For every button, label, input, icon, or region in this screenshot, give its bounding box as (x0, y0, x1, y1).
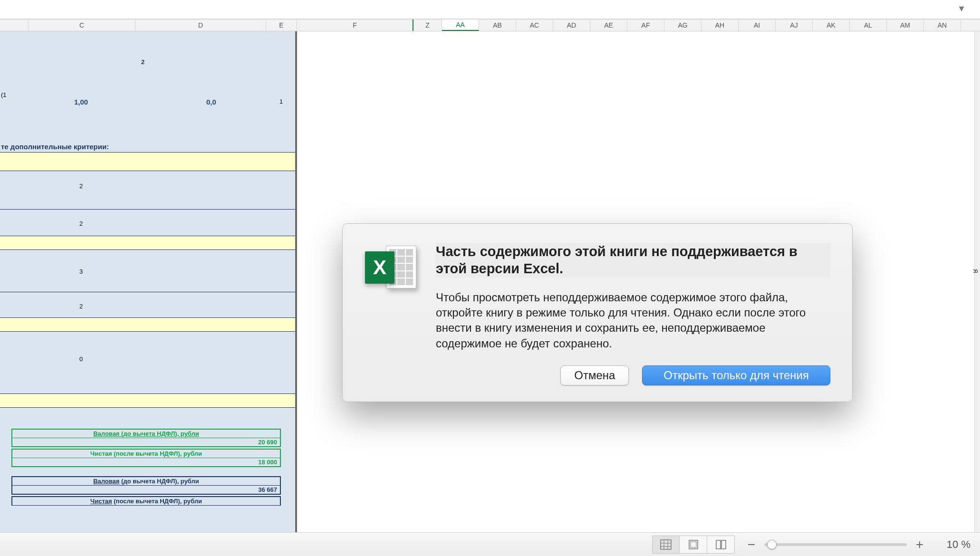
col-header-AM[interactable]: AM (887, 19, 924, 31)
cell-d-00[interactable]: 0,0 (206, 98, 216, 106)
col-header-E[interactable]: E (266, 19, 297, 31)
col-header-AL[interactable]: AL (850, 19, 887, 31)
cancel-button[interactable]: Отмена (560, 365, 629, 385)
svg-rect-0 (661, 540, 671, 549)
excel-app-icon: X (365, 243, 417, 300)
cell-val-e[interactable]: 0 (79, 355, 83, 363)
cell-val-a[interactable]: 2 (79, 182, 83, 190)
divider-2 (0, 292, 295, 292)
truncated-text-edge: я (971, 269, 980, 273)
navy-salary-box-gross[interactable]: Валовая (до вычета НДФЛ), рубли 36 667 (11, 476, 281, 495)
zoom-out-button[interactable]: − (744, 537, 759, 552)
svg-rect-8 (721, 540, 726, 549)
page-layout-view-button[interactable] (680, 536, 707, 554)
view-switcher (652, 536, 735, 554)
col-header-AB[interactable]: AB (479, 19, 516, 31)
zoom-slider-thumb[interactable] (767, 540, 777, 549)
cell-d-header2[interactable]: 2 (141, 58, 144, 66)
col-header-AI[interactable]: AI (739, 19, 776, 31)
open-readonly-button[interactable]: Открыть только для чтения (642, 365, 830, 385)
frozen-pane-left[interactable]: 2 (1 1,00 0,0 1 те дополнительные критер… (0, 31, 297, 532)
col-header-D[interactable]: D (135, 19, 266, 31)
excel-badge-icon: X (365, 251, 394, 284)
col-header-AG[interactable]: AG (664, 19, 701, 31)
cell-c-100[interactable]: 1,00 (74, 98, 88, 106)
col-header-AH[interactable]: AH (701, 19, 739, 31)
col-header-AF[interactable]: AF (627, 19, 664, 31)
zoom-in-button[interactable]: + (913, 537, 927, 552)
col-header-F[interactable]: F (297, 19, 413, 31)
page-break-icon (715, 539, 727, 550)
green-salary-box-gross[interactable]: Валовая (до вычета НДФЛ), рубли 20 690 (11, 429, 281, 447)
green-salary-box-net[interactable]: Чистая (после вычета НДФЛ), рубли 18 000 (11, 449, 281, 467)
cell-val-c[interactable]: 3 (79, 268, 83, 275)
unsupported-content-dialog: X Часть содержимого этой книги не поддер… (342, 223, 853, 402)
ribbon-expand-icon[interactable]: ▼ (957, 4, 966, 14)
yellow-band-4[interactable] (0, 393, 295, 408)
cell-e-1[interactable]: 1 (279, 98, 283, 105)
col-header-AE[interactable]: AE (590, 19, 627, 31)
cell-leftfrag[interactable]: (1 (1, 91, 7, 98)
col-header-AK[interactable]: AK (813, 19, 850, 31)
navy-net-header: Чистая (после вычета НДФЛ), рубли (12, 497, 280, 506)
dialog-title: Часть содержимого этой книги не поддержи… (436, 243, 830, 278)
vertical-scrollbar[interactable]: я (974, 31, 980, 532)
yellow-band-2[interactable] (0, 236, 295, 250)
zoom-control: − + 10 % (744, 537, 970, 552)
col-header-blank[interactable] (0, 19, 29, 31)
col-header-AN[interactable]: AN (924, 19, 961, 31)
ribbon-collapsed-strip: ▼ (0, 0, 980, 19)
col-header-AD[interactable]: AD (553, 19, 590, 31)
normal-view-button[interactable] (652, 536, 680, 554)
zoom-slider[interactable] (764, 543, 907, 546)
grid-view-icon (660, 539, 672, 550)
col-header-AJ[interactable]: AJ (776, 19, 813, 31)
navy-gross-header: Валовая (до вычета НДФЛ), рубли (12, 477, 280, 486)
column-headers: C D E F Z AA AB AC AD AE AF AG AH AI AJ … (0, 19, 980, 31)
cell-val-b[interactable]: 2 (79, 220, 83, 227)
yellow-band-3[interactable] (0, 317, 295, 332)
page-layout-icon (688, 539, 699, 550)
col-header-C[interactable]: C (29, 19, 135, 31)
svg-rect-6 (691, 542, 696, 547)
page-break-view-button[interactable] (707, 536, 735, 554)
green-net-value: 18 000 (12, 458, 280, 466)
divider-1 (0, 209, 295, 210)
navy-gross-value: 36 667 (12, 486, 280, 494)
navy-salary-box-net[interactable]: Чистая (после вычета НДФЛ), рубли (11, 496, 281, 506)
green-gross-header: Валовая (до вычета НДФЛ), рубли (12, 430, 280, 438)
cell-val-d[interactable]: 2 (79, 303, 83, 310)
criteria-label: те дополнительные критерии: (1, 143, 109, 151)
col-header-AA[interactable]: AA (442, 19, 479, 31)
col-header-AC[interactable]: AC (516, 19, 553, 31)
yellow-band-1[interactable] (0, 152, 295, 171)
col-header-Z[interactable]: Z (413, 19, 442, 31)
status-bar: − + 10 % (0, 532, 980, 556)
svg-rect-7 (716, 540, 721, 549)
green-gross-value: 20 690 (12, 438, 280, 446)
dialog-body: Чтобы просмотреть неподдерживаемое содер… (436, 290, 830, 352)
zoom-percentage[interactable]: 10 % (932, 538, 970, 551)
green-net-header: Чистая (после вычета НДФЛ), рубли (12, 450, 280, 458)
